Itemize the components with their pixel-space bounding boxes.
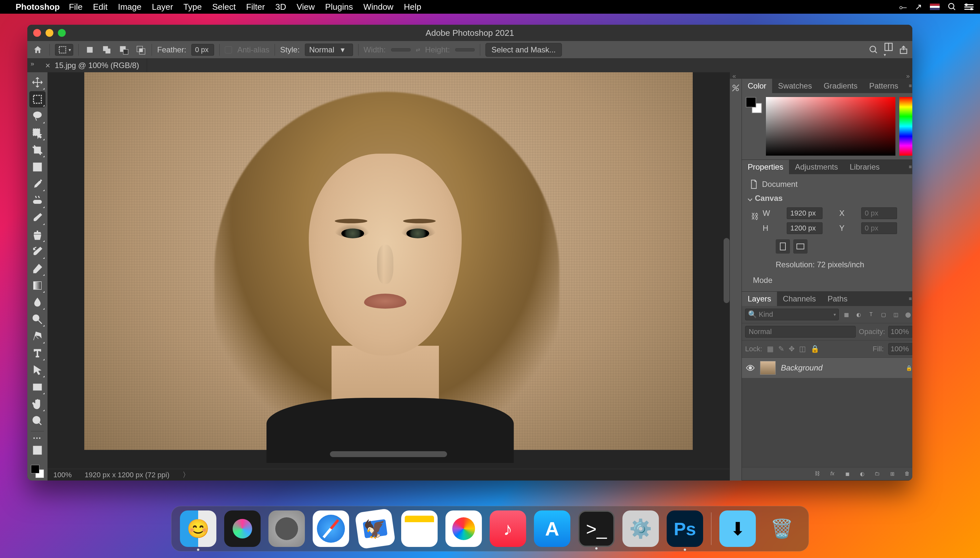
filter-shape-icon[interactable]: ▢: [879, 310, 888, 319]
layer-fx-icon[interactable]: fx: [828, 471, 837, 477]
eyedropper-tool[interactable]: [29, 176, 46, 192]
dock-music[interactable]: ♪: [490, 510, 526, 547]
path-selection-tool[interactable]: [29, 362, 46, 378]
search-icon[interactable]: [869, 45, 879, 55]
menubar-flag-icon[interactable]: [930, 3, 940, 10]
arrange-documents-button[interactable]: ▾: [884, 42, 893, 57]
tab-color[interactable]: Color: [742, 79, 772, 93]
dock-siri[interactable]: [224, 510, 261, 547]
tab-channels[interactable]: Channels: [777, 292, 821, 306]
layer-visibility-icon[interactable]: [746, 364, 755, 371]
new-selection-button[interactable]: [84, 44, 96, 56]
zoom-tool[interactable]: [29, 413, 46, 429]
layer-mask-icon[interactable]: ◼: [843, 471, 852, 477]
clone-stamp-tool[interactable]: [29, 226, 46, 243]
quick-selection-tool[interactable]: [29, 125, 46, 141]
lock-transparency-icon[interactable]: ▦: [767, 345, 774, 353]
filter-adjustment-icon[interactable]: ◐: [854, 310, 864, 319]
tab-patterns[interactable]: Patterns: [863, 79, 904, 93]
panel-menu-icon[interactable]: ≡: [904, 79, 912, 93]
menu-image[interactable]: Image: [118, 2, 141, 12]
marquee-tool[interactable]: [29, 91, 46, 107]
lock-pixels-icon[interactable]: ✎: [778, 345, 784, 353]
panel-menu-icon[interactable]: ≡: [904, 292, 912, 306]
document-canvas[interactable]: [84, 72, 693, 450]
menu-file[interactable]: File: [69, 2, 83, 12]
filter-pixel-icon[interactable]: ▦: [841, 310, 851, 319]
hand-tool[interactable]: [29, 396, 46, 412]
menu-3d[interactable]: 3D: [275, 2, 286, 12]
menubar-app-name[interactable]: Photoshop: [16, 2, 60, 12]
tab-gradients[interactable]: Gradients: [818, 79, 863, 93]
lock-all-icon[interactable]: 🔒: [810, 345, 819, 353]
lasso-tool[interactable]: [29, 108, 46, 124]
color-field[interactable]: [766, 97, 895, 156]
type-tool[interactable]: [29, 345, 46, 361]
history-brush-tool[interactable]: [29, 243, 46, 260]
lock-artboard-icon[interactable]: ◫: [799, 345, 806, 353]
dock-safari[interactable]: [312, 510, 349, 547]
blur-tool[interactable]: [29, 294, 46, 310]
quick-mask-button[interactable]: [29, 444, 46, 457]
close-window-button[interactable]: [33, 29, 41, 37]
subtract-from-selection-button[interactable]: [118, 44, 129, 56]
menu-edit[interactable]: Edit: [93, 2, 108, 12]
hue-slider[interactable]: [899, 97, 912, 156]
crop-tool[interactable]: [29, 142, 46, 158]
gradient-tool[interactable]: [29, 277, 46, 294]
dock-appstore[interactable]: A: [534, 510, 570, 547]
dodge-tool[interactable]: [29, 311, 46, 328]
canvas-width-input[interactable]: 1920 px: [787, 207, 823, 219]
menubar-arrow-icon[interactable]: ↗: [915, 2, 922, 12]
layer-kind-filter[interactable]: 🔍 Kind ▾: [745, 309, 839, 320]
close-tab-icon[interactable]: ×: [45, 61, 50, 71]
opacity-input[interactable]: 100%: [888, 326, 912, 338]
tool-preset-picker[interactable]: ▾: [55, 44, 73, 56]
minimize-window-button[interactable]: [46, 29, 53, 37]
dock-terminal[interactable]: >_: [578, 510, 615, 547]
dock-downloads[interactable]: ⬇: [719, 510, 756, 547]
dock-notes[interactable]: [401, 510, 438, 547]
vertical-scrollbar[interactable]: [724, 238, 730, 303]
layer-thumbnail[interactable]: [760, 361, 775, 375]
feather-input[interactable]: 0 px: [191, 44, 214, 56]
menubar-cc-icon[interactable]: ⟜: [899, 2, 907, 12]
frame-tool[interactable]: [29, 159, 46, 175]
tab-layers[interactable]: Layers: [742, 292, 777, 306]
fill-input[interactable]: 100%: [888, 343, 912, 355]
menu-filter[interactable]: Filter: [246, 2, 265, 12]
collapse-panels-left-icon[interactable]: «: [732, 72, 736, 79]
layer-item-background[interactable]: Background 🔒: [742, 358, 912, 378]
foreground-background-colors[interactable]: [31, 465, 44, 478]
foreground-swatch[interactable]: [746, 97, 756, 107]
share-button[interactable]: [899, 45, 908, 55]
color-fg-bg-swatches[interactable]: [746, 97, 762, 113]
spotlight-icon[interactable]: [947, 2, 957, 11]
menu-window[interactable]: Window: [363, 2, 393, 12]
menu-view[interactable]: View: [296, 2, 315, 12]
menu-plugins[interactable]: Plugins: [325, 2, 353, 12]
layer-group-icon[interactable]: 🗀: [873, 471, 882, 477]
dock-finder[interactable]: 😊: [180, 510, 216, 547]
tab-properties[interactable]: Properties: [742, 160, 789, 174]
collapse-panels-right-icon[interactable]: »: [906, 72, 910, 79]
fullscreen-window-button[interactable]: [58, 29, 66, 37]
control-center-icon[interactable]: [964, 3, 973, 10]
adjustment-layer-icon[interactable]: ◐: [858, 471, 867, 477]
menu-type[interactable]: Type: [183, 2, 202, 12]
home-button[interactable]: [31, 43, 44, 56]
tab-adjustments[interactable]: Adjustments: [789, 160, 844, 174]
dock-photoshop[interactable]: Ps: [667, 510, 703, 547]
horizontal-scrollbar[interactable]: [330, 451, 447, 457]
canvas-height-input[interactable]: 1200 px: [787, 222, 823, 234]
link-dimensions-icon[interactable]: ⛓: [751, 212, 759, 221]
menu-layer[interactable]: Layer: [152, 2, 173, 12]
lock-position-icon[interactable]: ✥: [789, 345, 795, 353]
canvas-viewport[interactable]: [47, 72, 730, 469]
tab-libraries[interactable]: Libraries: [844, 160, 885, 174]
filter-smart-icon[interactable]: ◫: [891, 310, 901, 319]
dock-mail[interactable]: 🦅: [355, 508, 396, 549]
brush-tool[interactable]: [29, 210, 46, 226]
new-layer-icon[interactable]: ⊞: [888, 471, 897, 477]
healing-brush-tool[interactable]: [29, 193, 46, 209]
